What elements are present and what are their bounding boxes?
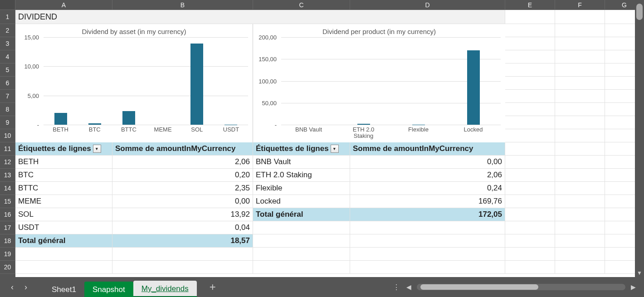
tab-snapshot[interactable]: Snapshot xyxy=(84,282,133,297)
vertical-scrollbar[interactable]: ▼ xyxy=(635,0,644,277)
chart-2[interactable]: Dividend per product (in my currency)-50… xyxy=(253,24,505,142)
grid-cell[interactable] xyxy=(555,169,605,182)
pivot2-total-value[interactable]: 172,05 xyxy=(350,208,505,221)
pivot2-row-label[interactable]: ETH 2.0 Staking xyxy=(253,169,350,182)
grid-cell[interactable] xyxy=(555,90,605,103)
grid-cell[interactable] xyxy=(350,248,505,261)
pivot2-header-value[interactable]: Somme de amountInMyCurrency xyxy=(350,142,505,156)
grid-cell[interactable] xyxy=(505,142,555,156)
grid-cell[interactable] xyxy=(505,248,555,261)
row-header-6[interactable]: 6 xyxy=(0,77,15,90)
grid-cell[interactable] xyxy=(555,221,605,234)
pivot2-row-label[interactable]: Locked xyxy=(253,195,350,208)
grid-cell[interactable] xyxy=(505,208,555,221)
pivot1-row-label[interactable]: SOL xyxy=(15,208,112,221)
col-header-F[interactable]: F xyxy=(555,0,605,10)
pivot1-row-label[interactable]: USDT xyxy=(15,221,112,234)
grid-cell[interactable] xyxy=(350,221,505,234)
tab-nav-prev-icon[interactable]: ‹ xyxy=(11,282,14,292)
pivot1-row-label[interactable]: BTC xyxy=(15,169,112,182)
grid-cell[interactable] xyxy=(505,261,555,274)
row-header-19[interactable]: 19 xyxy=(0,248,15,261)
grid-cell[interactable] xyxy=(253,248,350,261)
row-header-10[interactable]: 10 xyxy=(0,129,15,142)
grid-cell[interactable] xyxy=(350,261,505,274)
pivot1-row-value[interactable]: 13,92 xyxy=(112,208,253,221)
row-header-14[interactable]: 14 xyxy=(0,182,15,195)
pivot2-row-label[interactable]: BNB Vault xyxy=(253,156,350,169)
grid-cell[interactable] xyxy=(253,221,350,234)
grid-cell[interactable] xyxy=(555,234,605,248)
pivot1-total-label[interactable]: Total général xyxy=(15,234,112,248)
grid-cell[interactable] xyxy=(505,116,555,129)
hscroll-left-icon[interactable]: ◀ xyxy=(406,283,411,291)
grid-cell[interactable] xyxy=(505,221,555,234)
chart-1[interactable]: Dividend by asset (in my currency)-5,001… xyxy=(15,24,253,142)
grid-cell[interactable] xyxy=(350,234,505,248)
select-all-corner[interactable] xyxy=(0,0,15,10)
pivot2-header-label[interactable]: Étiquettes de lignes▾ xyxy=(253,142,350,156)
grid-cell[interactable] xyxy=(505,195,555,208)
add-sheet-button[interactable]: + xyxy=(210,281,216,293)
pivot1-filter-button[interactable]: ▾ xyxy=(93,145,101,153)
tab-sheet1[interactable]: Sheet1 xyxy=(44,282,84,297)
pivot2-row-label[interactable]: Flexible xyxy=(253,182,350,195)
grid-cell[interactable] xyxy=(555,10,605,24)
pivot2-row-value[interactable]: 0,24 xyxy=(350,182,505,195)
row-header-4[interactable]: 4 xyxy=(0,50,15,63)
tab-overflow-icon[interactable]: ⋮ xyxy=(393,283,401,292)
vscroll-thumb[interactable] xyxy=(636,4,643,20)
grid-cell[interactable] xyxy=(253,234,350,248)
row-header-17[interactable]: 17 xyxy=(0,221,15,234)
col-header-E[interactable]: E xyxy=(505,0,555,10)
pivot2-filter-button[interactable]: ▾ xyxy=(331,145,339,153)
grid-cell[interactable] xyxy=(505,234,555,248)
grid-cell[interactable] xyxy=(505,90,555,103)
grid-cell[interactable] xyxy=(555,261,605,274)
col-header-B[interactable]: B xyxy=(112,0,253,10)
grid-cell[interactable] xyxy=(505,24,555,37)
grid-cell[interactable] xyxy=(555,116,605,129)
row-header-11[interactable]: 11 xyxy=(0,142,15,156)
pivot2-row-value[interactable]: 169,76 xyxy=(350,195,505,208)
grid-cell[interactable] xyxy=(555,103,605,116)
col-header-D[interactable]: D xyxy=(350,0,505,10)
grid-cell[interactable] xyxy=(505,37,555,50)
grid-cell[interactable] xyxy=(555,24,605,37)
grid-cell[interactable] xyxy=(555,156,605,169)
row-header-15[interactable]: 15 xyxy=(0,195,15,208)
pivot1-row-label[interactable]: BETH xyxy=(15,156,112,169)
pivot1-total-value[interactable]: 18,57 xyxy=(112,234,253,248)
row-header-5[interactable]: 5 xyxy=(0,63,15,77)
grid-cell[interactable] xyxy=(15,261,112,274)
grid-cell[interactable] xyxy=(112,248,253,261)
col-header-C[interactable]: C xyxy=(253,0,350,10)
grid-cell[interactable] xyxy=(505,10,555,24)
tab-my-dividends[interactable]: My_dividends xyxy=(133,281,197,297)
row-header-3[interactable]: 3 xyxy=(0,37,15,50)
pivot1-row-value[interactable]: 2,06 xyxy=(112,156,253,169)
row-header-12[interactable]: 12 xyxy=(0,156,15,169)
hscroll-thumb[interactable] xyxy=(420,284,538,290)
col-header-A[interactable]: A xyxy=(15,0,112,10)
pivot1-row-label[interactable]: MEME xyxy=(15,195,112,208)
grid-cell[interactable] xyxy=(253,261,350,274)
grid-cell[interactable] xyxy=(555,195,605,208)
pivot2-row-value[interactable]: 0,00 xyxy=(350,156,505,169)
grid-cell[interactable] xyxy=(505,182,555,195)
row-header-7[interactable]: 7 xyxy=(0,90,15,103)
grid-cell[interactable] xyxy=(555,142,605,156)
title-cell[interactable]: DIVIDEND xyxy=(15,10,505,24)
row-header-18[interactable]: 18 xyxy=(0,234,15,248)
cells-grid[interactable]: DIVIDENDÉtiquettes de lignes▾Somme de am… xyxy=(15,10,644,277)
row-header-8[interactable]: 8 xyxy=(0,103,15,116)
grid-cell[interactable] xyxy=(505,129,555,142)
grid-cell[interactable] xyxy=(555,37,605,50)
pivot1-row-label[interactable]: BTTC xyxy=(15,182,112,195)
grid-cell[interactable] xyxy=(555,208,605,221)
grid-cell[interactable] xyxy=(555,248,605,261)
pivot2-total-label[interactable]: Total général xyxy=(253,208,350,221)
horizontal-scrollbar[interactable] xyxy=(417,284,625,290)
grid-cell[interactable] xyxy=(505,103,555,116)
grid-cell[interactable] xyxy=(505,169,555,182)
